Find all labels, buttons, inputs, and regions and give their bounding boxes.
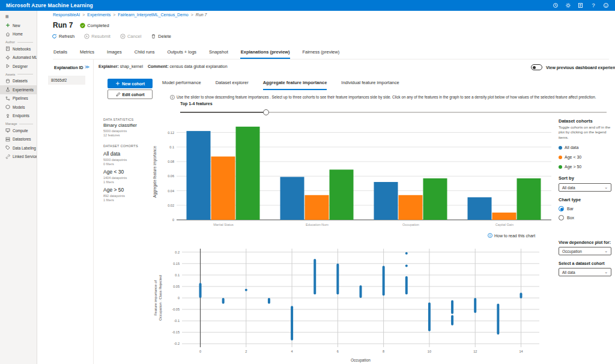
datasets-icon (5, 79, 10, 83)
breadcrumb: ResponsibleAI>Experiments>Fairlearn_Inte… (53, 13, 207, 17)
dependence-feature-dropdown[interactable]: Occupation ⌄ (559, 247, 611, 255)
tab-metrics[interactable]: Metrics (79, 47, 95, 59)
home-icon (5, 32, 10, 37)
sidebar-item-compute[interactable]: Compute (0, 126, 37, 135)
designer-icon (5, 64, 10, 68)
svg-text:-0.05: -0.05 (172, 308, 180, 311)
sidebar-item-label: Experiments (13, 88, 34, 92)
comment-value: census data global explanation (169, 64, 227, 68)
left-nav-sidebar: ≡ NewHomeAuthorNotebooksAutomated MLDesi… (0, 11, 37, 364)
delete-button[interactable]: Delete (151, 34, 171, 39)
tab-aggregate-feature-importance[interactable]: Aggregate feature importance (263, 80, 327, 90)
tab-fairness-preview[interactable]: Fairness (preview) (301, 47, 340, 59)
sidebar-item-models[interactable]: Models (0, 103, 37, 112)
data-statistics-heading: DATA STATISTICS (103, 118, 153, 121)
sidebar-item-designer[interactable]: Designer (0, 62, 37, 71)
svg-text:0: 0 (172, 218, 174, 222)
help-icon[interactable]: ? (590, 2, 596, 8)
sidebar-item-datastores[interactable]: Datastores (0, 135, 37, 144)
top-features-label: Top 1-4 features (180, 102, 213, 106)
cohort-filters: 0 filters (103, 162, 153, 166)
breadcrumb-item[interactable]: ResponsibleAI (53, 13, 80, 17)
svg-text:0: 0 (178, 296, 180, 300)
sidebar-item-pipelines[interactable]: Pipelines (0, 94, 37, 103)
chart-type-box-radio[interactable]: Box (559, 215, 614, 220)
slider-thumb[interactable] (263, 109, 269, 115)
data-labeling-icon (5, 145, 10, 150)
smiley-icon[interactable] (603, 2, 609, 8)
info-icon (488, 233, 492, 238)
menu-icon[interactable]: ≡ (0, 11, 37, 21)
resubmit-button[interactable]: Resubmit (84, 34, 111, 39)
sort-by-dropdown[interactable]: All data ⌄ (559, 183, 611, 192)
cancel-icon (120, 34, 126, 39)
tab-details[interactable]: Details (53, 47, 68, 59)
sidebar-item-home[interactable]: Home (0, 30, 37, 39)
previous-dashboard-toggle[interactable] (531, 64, 542, 70)
sidebar-item-endpoints[interactable]: Endpoints (0, 112, 37, 121)
edit-cohort-button[interactable]: Edit cohort (108, 89, 153, 99)
svg-text:6: 6 (337, 350, 339, 353)
tab-snapshot[interactable]: Snapshot (208, 47, 229, 59)
status-badge: Completed (80, 23, 109, 28)
sidebar-item-linked-services[interactable]: Linked Services (0, 153, 37, 162)
collapse-panel-icon[interactable]: ≫ (85, 65, 89, 70)
sidebar-item-datasets[interactable]: Datasets (0, 77, 37, 86)
svg-text:0.1: 0.1 (175, 273, 180, 277)
breadcrumb-item[interactable]: Fairlearn_InterpretML_Census_Demo (118, 13, 189, 17)
history-icon[interactable] (553, 2, 559, 8)
sidebar-item-automated-ml[interactable]: Automated ML (0, 53, 37, 62)
completed-check-icon (80, 23, 85, 28)
cohort-datapoints: 892 datapoints (103, 194, 153, 198)
legend-dot-icon (559, 156, 562, 159)
legend-label: Age < 30 (565, 155, 581, 159)
breadcrumb-item[interactable]: Experiments (87, 13, 111, 17)
settings-icon[interactable] (565, 2, 571, 8)
sort-by-label: Sort by (559, 175, 614, 181)
cancel-button[interactable]: Cancel (120, 34, 141, 39)
feedback-icon[interactable] (578, 2, 584, 8)
radio-selected-icon (559, 206, 564, 211)
dependence-plot[interactable]: 0.20.150.10.050-0.05-0.1-0.15-0.20246810… (152, 241, 547, 364)
datastores-icon (5, 137, 10, 142)
dataset-cohorts-title: Dataset cohorts (559, 118, 614, 124)
divider (17, 42, 33, 43)
divider (19, 124, 33, 124)
top-features-slider[interactable] (180, 109, 607, 115)
breadcrumb-item: Run 7 (196, 13, 207, 17)
dataset-cohorts-panel: Dataset cohorts Toggle cohorts on and of… (559, 118, 614, 220)
legend-item-age-30[interactable]: Age < 30 (559, 155, 614, 159)
nav-section-manage: Manage (0, 122, 37, 126)
svg-text:8: 8 (383, 350, 384, 353)
how-to-read-chart-link[interactable]: How to read this chart (488, 233, 535, 238)
tab-individual-feature-importance[interactable]: Individual feature importance (341, 80, 399, 90)
sidebar-item-notebooks[interactable]: Notebooks (0, 44, 37, 53)
tab-images[interactable]: Images (106, 47, 123, 59)
topbar-icons: ? (553, 2, 609, 8)
tab-model-performance[interactable]: Model performance (162, 80, 201, 90)
cohort-stat-item: All data5000 datapoints0 filters (103, 151, 153, 166)
legend-item-all-data[interactable]: All data (559, 145, 614, 150)
explanation-id-panel: Explanation ID ≫ 80565df2 (37, 59, 94, 364)
tab-dataset-explorer[interactable]: Dataset explorer (216, 80, 249, 90)
chart-type-bar-radio[interactable]: Bar (559, 206, 614, 211)
legend-item-age-50[interactable]: Age > 50 (559, 165, 614, 169)
svg-text:0.1: 0.1 (169, 145, 174, 149)
run-tabs: DetailsMetricsImagesChild runsOutputs + … (53, 47, 609, 59)
tab-explanations-preview[interactable]: Explanations (preview) (240, 47, 291, 59)
tab-child-runs[interactable]: Child runs (134, 47, 156, 59)
sidebar-item-data-labeling[interactable]: Data Labeling (0, 144, 37, 153)
explanation-id-item[interactable]: 80565df2 (48, 76, 85, 85)
explainer-info: Explainer: shap_kernel Comment: census d… (98, 64, 228, 68)
aggregate-feature-importance-chart[interactable]: 00.020.040.060.080.10.12Marital StatusEd… (150, 118, 556, 235)
dependence-cohort-dropdown[interactable]: All data ⌄ (559, 268, 611, 276)
svg-text:0.02: 0.02 (168, 204, 174, 207)
tab-outputs-logs[interactable]: Outputs + logs (166, 47, 197, 59)
new-cohort-button[interactable]: New cohort (108, 79, 153, 88)
nav-section-author: Author (0, 40, 37, 44)
refresh-button[interactable]: Refresh (52, 34, 74, 39)
sidebar-item-new[interactable]: New (0, 21, 37, 30)
dataset-cohorts-heading: DATASET COHORTS (103, 144, 153, 148)
sidebar-item-experiments[interactable]: Experiments (0, 85, 37, 94)
sidebar-item-label: New (13, 23, 20, 28)
